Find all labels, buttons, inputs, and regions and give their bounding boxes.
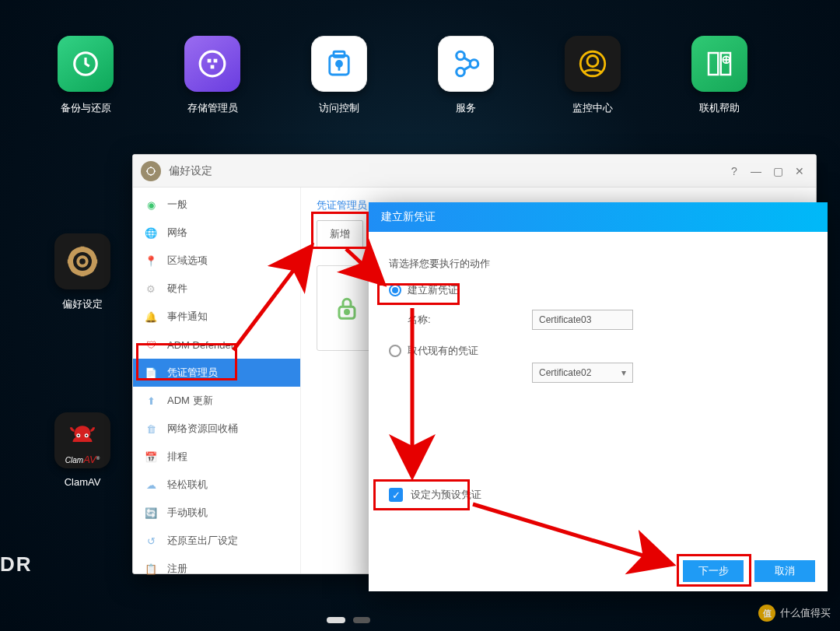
minimize-button[interactable]: — <box>747 163 765 180</box>
maximize-button[interactable]: ▢ <box>769 163 786 180</box>
recycle-icon: 🗑 <box>144 422 158 436</box>
sidebar-item-recycle[interactable]: 🗑网络资源回收桶 <box>133 415 300 443</box>
register-icon: 📋 <box>144 562 158 576</box>
opt-create[interactable]: 建立新凭证 <box>389 283 807 297</box>
svg-point-22 <box>345 310 349 314</box>
watermark-text: 什么值得买 <box>780 606 831 620</box>
sidebar-item-defender[interactable]: 🛡ADM Defender <box>133 331 300 359</box>
select-value: Certificate02 <box>539 367 591 378</box>
close-button[interactable]: ✕ <box>791 163 808 180</box>
name-input[interactable] <box>532 310 633 330</box>
desktop-row: 备份与还原 存储管理员 访问控制 服务 监控中心 联机帮助 <box>54 36 786 115</box>
svg-point-9 <box>457 68 465 76</box>
dot-1[interactable] <box>327 617 345 623</box>
help-button[interactable]: ? <box>726 163 743 180</box>
sidebar-item-label: 轻松联机 <box>167 478 208 492</box>
radio-create[interactable] <box>389 284 401 296</box>
sidebar-item-factory[interactable]: ↺还原至出厂设定 <box>133 527 300 555</box>
titlebar: 偏好设定 ? — ▢ ✕ <box>133 155 816 188</box>
radio-replace[interactable] <box>389 345 401 357</box>
sidebar-item-label: 排程 <box>167 450 187 464</box>
sidebar-item-label: 手动联机 <box>167 506 208 520</box>
hardware-icon: ⚙ <box>144 282 158 296</box>
calendar-icon: 📅 <box>144 450 158 464</box>
watermark: 值 什么值得买 <box>758 605 831 622</box>
window-title: 偏好设定 <box>169 164 212 178</box>
replace-select[interactable]: Certificate02 <box>532 363 633 383</box>
sync-icon: 🔄 <box>144 506 158 520</box>
service-icon <box>450 47 482 80</box>
sidebar-item-hardware[interactable]: ⚙硬件 <box>133 275 300 303</box>
help-icon <box>703 47 736 80</box>
opt-label: 建立新凭证 <box>408 283 458 297</box>
app-help[interactable]: 联机帮助 <box>688 36 751 115</box>
sidebar-item-schedule[interactable]: 📅排程 <box>133 443 300 471</box>
app-backup[interactable]: 备份与还原 <box>54 36 117 115</box>
sidebar-item-certmgr[interactable]: 📄凭证管理员 <box>133 359 300 387</box>
app-label: ClamAV <box>65 476 101 488</box>
svg-point-15 <box>78 257 87 266</box>
sidebar-item-label: 一般 <box>167 198 187 212</box>
svg-point-12 <box>587 56 598 67</box>
default-cert-row[interactable]: ✓ 设定为预设凭证 <box>389 488 481 502</box>
sidebar-item-network[interactable]: 🌐网络 <box>133 219 300 247</box>
access-icon <box>323 47 355 80</box>
svg-point-1 <box>200 51 225 76</box>
update-icon: ⬆ <box>144 394 158 408</box>
shield-icon: 🛡 <box>144 338 158 352</box>
svg-point-19 <box>86 435 87 436</box>
sidebar-item-label: 注册 <box>167 562 187 576</box>
page-dots[interactable] <box>327 617 370 623</box>
globe-icon: 🌐 <box>144 226 158 240</box>
storage-icon <box>198 49 227 79</box>
app-label: 联机帮助 <box>699 101 740 115</box>
app-service[interactable]: 服务 <box>435 36 497 115</box>
svg-rect-4 <box>211 65 215 69</box>
watermark-badge: 值 <box>758 605 775 622</box>
side-app-clamav[interactable]: ClamAV® ClamAV <box>54 412 110 488</box>
sidebar-item-label: 区域选项 <box>167 254 208 268</box>
chk-label: 设定为预设凭证 <box>411 488 481 502</box>
sidebar-item-label: 凭证管理员 <box>167 366 218 380</box>
general-icon: ◉ <box>144 198 158 212</box>
sidebar-item-label: 网络 <box>167 226 187 240</box>
svg-point-10 <box>470 60 478 68</box>
dot-2[interactable] <box>353 617 370 623</box>
cert-icon: 📄 <box>144 366 158 380</box>
modal-prompt: 请选择您要执行的动作 <box>389 257 807 271</box>
modal-title: 建立新凭证 <box>369 202 828 232</box>
app-access[interactable]: 访问控制 <box>308 36 370 115</box>
gear-icon <box>65 244 100 279</box>
sidebar-item-label: 硬件 <box>167 282 187 296</box>
region-icon: 📍 <box>144 254 158 268</box>
app-label: 备份与还原 <box>61 101 111 115</box>
cloud-icon: ☁ <box>144 478 158 492</box>
factory-icon: ↺ <box>144 534 158 548</box>
sidebar-item-update[interactable]: ⬆ADM 更新 <box>133 387 300 415</box>
app-monitor[interactable]: 监控中心 <box>562 36 624 115</box>
cancel-button[interactable]: 取消 <box>754 560 815 582</box>
svg-rect-2 <box>208 59 212 63</box>
sidebar-item-ezconnect[interactable]: ☁轻松联机 <box>133 471 300 499</box>
sidebar-item-events[interactable]: 🔔事件通知 <box>133 303 300 331</box>
app-label: 访问控制 <box>319 101 359 115</box>
svg-point-7 <box>337 61 342 67</box>
add-button[interactable]: 新增 <box>317 220 363 248</box>
sidebar: ◉一般 🌐网络 📍区域选项 ⚙硬件 🔔事件通知 🛡ADM Defender 📄凭… <box>133 188 301 573</box>
svg-point-20 <box>147 167 154 174</box>
opt-replace[interactable]: 取代现有的凭证 <box>389 344 807 358</box>
side-app-pref[interactable]: 偏好设定 <box>54 233 110 311</box>
backup-icon <box>71 49 100 79</box>
app-storage[interactable]: 存储管理员 <box>181 36 243 115</box>
sidebar-item-register[interactable]: 📋注册 <box>133 555 300 583</box>
create-cert-modal: 建立新凭证 请选择您要执行的动作 建立新凭证 名称: 取代现有的凭证 Certi… <box>369 202 828 591</box>
next-button[interactable]: 下一步 <box>683 560 744 582</box>
svg-rect-3 <box>214 59 218 63</box>
sidebar-item-region[interactable]: 📍区域选项 <box>133 247 300 275</box>
app-label: 存储管理员 <box>187 101 238 115</box>
sidebar-item-general[interactable]: ◉一般 <box>133 191 300 219</box>
sidebar-item-manual[interactable]: 🔄手动联机 <box>133 499 300 527</box>
default-cert-checkbox[interactable]: ✓ <box>389 488 403 502</box>
app-label: 监控中心 <box>572 101 613 115</box>
lock-icon <box>331 293 362 324</box>
